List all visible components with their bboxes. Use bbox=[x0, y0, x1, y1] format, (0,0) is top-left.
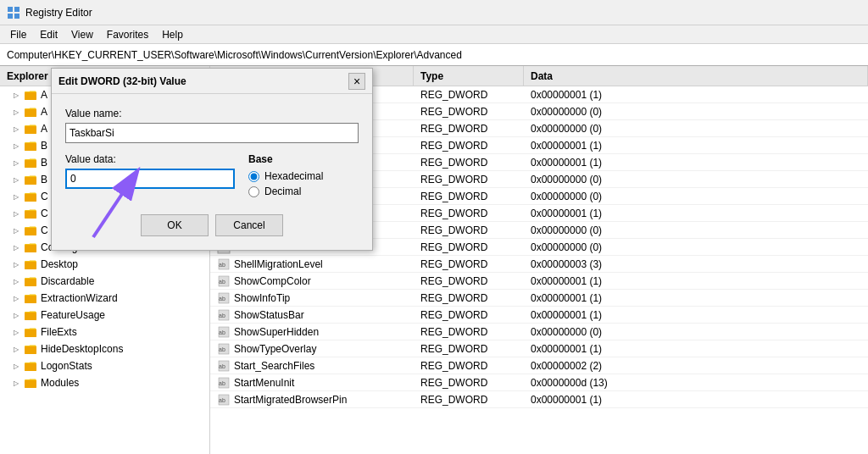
cell-name: ab StartMigratedBrowserPin bbox=[210, 393, 414, 407]
value-data-input[interactable] bbox=[65, 169, 235, 189]
tree-item-label: B bbox=[41, 140, 47, 152]
radio-hex-label: Hexadecimal bbox=[264, 170, 323, 182]
expand-arrow-icon: ▷ bbox=[14, 91, 24, 99]
table-row[interactable]: ab Start_SearchFiles REG_DWORD 0x0000000… bbox=[210, 357, 868, 374]
tree-item[interactable]: ▷ Discardable bbox=[0, 273, 209, 290]
cell-data: 0x00000000 (0) bbox=[524, 174, 868, 185]
tree-item-label: Modules bbox=[41, 377, 79, 389]
col-header-data: Data bbox=[524, 66, 868, 86]
table-row[interactable]: ab ShellMigrationLevel REG_DWORD 0x00000… bbox=[210, 256, 868, 273]
expand-arrow-icon: ▷ bbox=[14, 278, 24, 285]
expand-arrow-icon: ▷ bbox=[14, 227, 24, 235]
cell-data: 0x00000001 (1) bbox=[524, 309, 868, 321]
expand-arrow-icon: ▷ bbox=[14, 379, 24, 387]
table-row[interactable]: ab ShowStatusBar REG_DWORD 0x00000001 (1… bbox=[210, 307, 868, 324]
menu-favorites[interactable]: Favorites bbox=[100, 27, 155, 42]
cell-name: ab ShowStatusBar bbox=[210, 308, 414, 322]
ok-button[interactable]: OK bbox=[141, 214, 209, 236]
table-row[interactable]: ab ShowCompColor REG_DWORD 0x00000001 (1… bbox=[210, 273, 868, 290]
cell-type: REG_DWORD bbox=[414, 360, 524, 372]
radio-hex-input[interactable] bbox=[248, 171, 259, 182]
svg-text:ab: ab bbox=[219, 363, 225, 369]
title-bar: Registry Editor bbox=[0, 0, 868, 25]
svg-rect-33 bbox=[25, 329, 36, 337]
cell-type: REG_DWORD bbox=[414, 292, 524, 304]
cell-type: REG_DWORD bbox=[414, 241, 524, 253]
table-row[interactable]: ab StartMenuInit REG_DWORD 0x0000000d (1… bbox=[210, 374, 868, 391]
table-row[interactable]: ab ShowTypeOverlay REG_DWORD 0x00000001 … bbox=[210, 340, 868, 357]
cell-data: 0x00000001 (1) bbox=[524, 140, 868, 152]
svg-rect-39 bbox=[25, 380, 36, 388]
tree-item-label: LogonStats bbox=[41, 360, 92, 372]
app-icon bbox=[7, 6, 20, 19]
value-name-input[interactable] bbox=[65, 123, 359, 143]
tree-item[interactable]: ▷ FileExts bbox=[0, 324, 209, 340]
radio-hexadecimal[interactable]: Hexadecimal bbox=[248, 170, 359, 182]
cell-name: ab StartMenuInit bbox=[210, 376, 414, 390]
tree-item-label: A bbox=[41, 123, 47, 135]
tree-item[interactable]: ▷ HideDesktopIcons bbox=[0, 340, 209, 357]
title-text: Registry Editor bbox=[25, 7, 92, 19]
edit-dword-dialog[interactable]: Edit DWORD (32-bit) Value × Value name: … bbox=[51, 68, 373, 251]
expand-arrow-icon: ▷ bbox=[14, 363, 24, 370]
svg-rect-13 bbox=[25, 160, 36, 168]
svg-rect-23 bbox=[25, 245, 36, 252]
svg-rect-21 bbox=[25, 228, 36, 235]
tree-item-label: A bbox=[41, 89, 47, 101]
cell-name: ab ShellMigrationLevel bbox=[210, 257, 414, 271]
tree-item-label: ExtractionWizard bbox=[41, 292, 118, 304]
cancel-button[interactable]: Cancel bbox=[215, 214, 283, 236]
cell-type: REG_DWORD bbox=[414, 174, 524, 185]
svg-rect-17 bbox=[25, 194, 36, 202]
dialog-buttons: OK Cancel bbox=[65, 214, 359, 236]
svg-text:ab: ab bbox=[219, 346, 225, 352]
tree-item-label: FeatureUsage bbox=[41, 309, 105, 321]
cell-data: 0x00000002 (2) bbox=[524, 360, 868, 372]
cell-type: REG_DWORD bbox=[414, 258, 524, 270]
table-row[interactable]: ab StartMigratedBrowserPin REG_DWORD 0x0… bbox=[210, 391, 868, 408]
menu-file[interactable]: File bbox=[3, 27, 33, 42]
cell-name: ab ShowInfoTip bbox=[210, 291, 414, 305]
svg-text:ab: ab bbox=[219, 329, 225, 335]
cell-type: REG_DWORD bbox=[414, 309, 524, 321]
cell-data: 0x00000000 (0) bbox=[524, 191, 868, 202]
svg-rect-15 bbox=[25, 177, 36, 185]
dialog-close-button[interactable]: × bbox=[348, 73, 365, 90]
tree-item[interactable]: ▷ ExtractionWizard bbox=[0, 290, 209, 307]
svg-rect-9 bbox=[25, 126, 36, 134]
tree-item[interactable]: ▷ Desktop bbox=[0, 256, 209, 273]
expand-arrow-icon: ▷ bbox=[14, 329, 24, 336]
address-path: Computer\HKEY_CURRENT_USER\Software\Micr… bbox=[7, 49, 462, 61]
radio-decimal[interactable]: Decimal bbox=[248, 185, 359, 197]
tree-item[interactable]: ▷ Modules bbox=[0, 374, 209, 391]
menu-edit[interactable]: Edit bbox=[33, 27, 64, 42]
cell-name: ab ShowCompColor bbox=[210, 274, 414, 288]
table-row[interactable]: ab ShowSuperHidden REG_DWORD 0x00000000 … bbox=[210, 324, 868, 340]
expand-arrow-icon: ▷ bbox=[14, 312, 24, 319]
cell-data: 0x00000003 (3) bbox=[524, 258, 868, 270]
svg-rect-7 bbox=[25, 109, 36, 117]
tree-item[interactable]: ▷ LogonStats bbox=[0, 357, 209, 374]
table-row[interactable]: ab ShowInfoTip REG_DWORD 0x00000001 (1) bbox=[210, 290, 868, 307]
cell-type: REG_DWORD bbox=[414, 377, 524, 389]
cell-name: ab ShowSuperHidden bbox=[210, 325, 414, 339]
svg-rect-1 bbox=[14, 7, 19, 12]
tree-item-label: C bbox=[41, 224, 48, 236]
menu-help[interactable]: Help bbox=[155, 27, 190, 42]
tree-item[interactable]: ▷ FeatureUsage bbox=[0, 307, 209, 324]
svg-rect-19 bbox=[25, 211, 36, 219]
expand-arrow-icon: ▷ bbox=[14, 244, 24, 252]
cell-type: REG_DWORD bbox=[414, 157, 524, 169]
cell-data: 0x00000001 (1) bbox=[524, 275, 868, 287]
base-section: Base Hexadecimal Decimal bbox=[248, 153, 359, 201]
menu-view[interactable]: View bbox=[64, 27, 100, 42]
svg-rect-2 bbox=[8, 14, 13, 19]
tree-item-label: A bbox=[41, 106, 47, 118]
cell-data: 0x00000001 (1) bbox=[524, 89, 868, 101]
cell-type: REG_DWORD bbox=[414, 343, 524, 355]
cell-type: REG_DWORD bbox=[414, 394, 524, 406]
value-name-label: Value name: bbox=[65, 108, 359, 119]
svg-rect-25 bbox=[25, 262, 36, 269]
radio-dec-input[interactable] bbox=[248, 186, 259, 197]
expand-arrow-icon: ▷ bbox=[14, 261, 24, 269]
